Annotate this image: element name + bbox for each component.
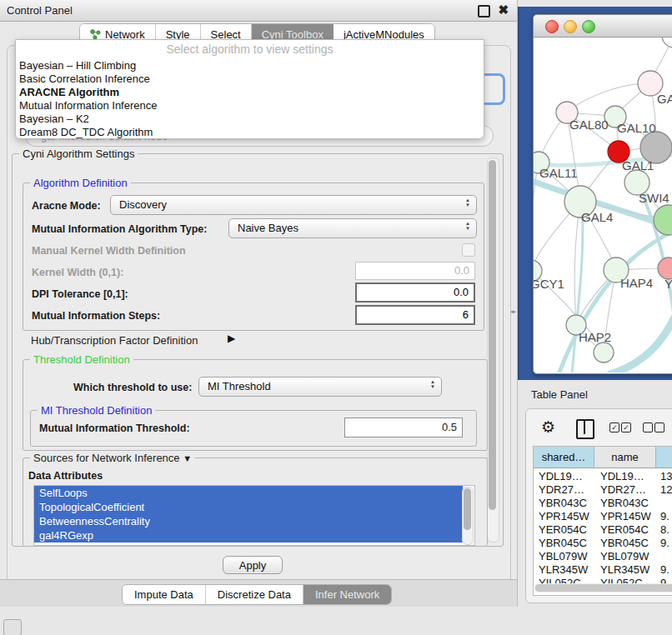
hub-section-label[interactable]: Hub/Transcription Factor Definition: [31, 334, 198, 347]
attribute-item-selected[interactable]: gal4RGexp: [34, 528, 463, 542]
cell[interactable]: YLR345W: [600, 563, 649, 577]
mi-threshold-field[interactable]: 0.5: [344, 418, 463, 438]
combo-arrows-icon: ▲▼: [465, 221, 470, 231]
mi-steps-field[interactable]: 6: [355, 305, 475, 325]
split-column-icon[interactable]: [576, 419, 594, 439]
cell[interactable]: YBR045C: [539, 537, 587, 550]
kernel-width-field[interactable]: 0.0: [355, 262, 475, 280]
minimize-traffic-light[interactable]: [564, 20, 577, 33]
dpi-tolerance-field[interactable]: 0.0: [355, 282, 475, 302]
cell[interactable]: 8.: [660, 523, 669, 537]
cell[interactable]: 12: [660, 483, 672, 497]
cell[interactable]: YDR27…: [539, 483, 584, 497]
mi-threshold-label: Mutual Information Threshold:: [39, 422, 190, 434]
attributes-scrollbar[interactable]: [462, 487, 474, 545]
cell[interactable]: 9.: [660, 537, 669, 550]
manual-kernel-checkbox[interactable]: [462, 243, 475, 257]
network-desktop: GAL GAL80 GAL10 GAL1 GAL11 SWI4 GAL4 GCY…: [518, 7, 672, 380]
network-canvas[interactable]: GAL GAL80 GAL10 GAL1 GAL11 SWI4 GAL4 GCY…: [534, 38, 672, 372]
cell[interactable]: YLR345W: [539, 563, 588, 577]
zoom-traffic-light[interactable]: [582, 20, 595, 33]
deselect-all-icon[interactable]: [654, 422, 664, 432]
collapse-arrow-icon[interactable]: ▼: [183, 453, 192, 463]
cell[interactable]: 9.: [660, 510, 669, 523]
cell[interactable]: YBR043C: [539, 497, 587, 510]
table-hscrollbar-thumb[interactable]: [535, 584, 672, 592]
data-attributes-label: Data Attributes: [28, 470, 103, 482]
threshold-definition-group: Threshold Definition Which threshold to …: [23, 359, 488, 451]
network-window-titlebar[interactable]: [534, 15, 672, 38]
mi-type-label: Mutual Information Algorithm Type:: [32, 223, 207, 235]
tab-discretize-data[interactable]: Discretize Data: [206, 585, 303, 604]
table-panel: ⚙ ✓ ✓ shared… name YDL19… YDL19… 13 YDR2…: [525, 408, 672, 603]
tab-infer-network-label: Infer Network: [315, 588, 379, 601]
algorithm-option[interactable]: Dream8 DC_TDC Algorithm: [19, 126, 478, 139]
mi-type-value: Naive Bayes: [238, 222, 298, 234]
attribute-item-selected[interactable]: SelfLoops: [34, 486, 463, 500]
table-panel-title: Table Panel: [531, 388, 588, 401]
aracne-mode-select[interactable]: Discovery ▲▼: [110, 195, 477, 215]
cell[interactable]: YER054C: [600, 523, 649, 537]
tab-impute-data[interactable]: Impute Data: [123, 585, 206, 604]
column-header-name[interactable]: name: [594, 447, 656, 468]
cell[interactable]: YBL079W: [539, 550, 588, 563]
collapsed-panel-icon[interactable]: [3, 619, 22, 635]
algorithm-option[interactable]: Bayesian – K2: [19, 112, 478, 126]
float-window-icon[interactable]: [478, 5, 490, 18]
expand-arrow-icon[interactable]: ▶: [228, 332, 235, 344]
cell[interactable]: YDR27…: [600, 483, 646, 497]
node-label: GAL10: [617, 121, 656, 135]
node-label: GAL11: [539, 166, 578, 180]
cell[interactable]: YBR043C: [600, 497, 649, 510]
cell[interactable]: YDL19…: [539, 470, 583, 483]
attributes-scrollbar-thumb[interactable]: [464, 488, 471, 530]
bottom-tabbar: Impute Data Discretize Data Infer Networ…: [122, 584, 392, 605]
column-header-partial[interactable]: [656, 447, 672, 468]
node-table: shared… name YDL19… YDL19… 13 YDR27… YDR…: [533, 446, 672, 596]
which-threshold-value: MI Threshold: [208, 380, 271, 392]
node-partial-top[interactable]: [662, 38, 672, 48]
tab-infer-network[interactable]: Infer Network: [303, 585, 391, 604]
node-partial-bottom[interactable]: [594, 342, 614, 362]
algorithm-option-selected[interactable]: ARACNE Algorithm: [19, 86, 478, 99]
which-threshold-select[interactable]: MI Threshold ▲▼: [198, 377, 442, 397]
algorithm-option[interactable]: Bayesian – Hill Climbing: [19, 59, 478, 72]
table-hscrollbar[interactable]: [534, 583, 672, 592]
network-view-window: GAL GAL80 GAL10 GAL1 GAL11 SWI4 GAL4 GCY…: [533, 14, 672, 374]
control-panel-titlebar[interactable]: Control Panel ✖: [0, 0, 517, 22]
gear-icon[interactable]: ⚙: [541, 418, 555, 437]
algorithm-definition-group: Algorithm Definition Aracne Mode: Discov…: [23, 182, 484, 331]
sources-title[interactable]: Sources for Network Inference ▼: [30, 452, 195, 464]
deselect-all-icon[interactable]: [643, 422, 653, 432]
cell[interactable]: YPR145W: [539, 510, 589, 523]
algorithm-option[interactable]: Mutual Information Inference: [19, 99, 478, 112]
split-pane-handle[interactable]: ◂▸: [510, 308, 514, 314]
mi-threshold-definition-group: MI Threshold Definition Mutual Informati…: [30, 410, 477, 447]
attribute-item-selected[interactable]: BetweennessCentrality: [34, 514, 463, 528]
cell[interactable]: 9.: [660, 563, 669, 577]
control-panel-title: Control Panel: [7, 4, 73, 17]
combo-arrows-icon: ▲▼: [465, 198, 470, 208]
mi-type-select[interactable]: Naive Bayes ▲▼: [228, 218, 477, 238]
close-icon[interactable]: ✖: [498, 2, 509, 18]
algorithm-dropdown-popup: Select algorithm to view settings Bayesi…: [15, 39, 484, 139]
settings-scrollbar[interactable]: [487, 158, 499, 542]
algorithm-option[interactable]: Basic Correlation Inference: [19, 72, 478, 86]
select-all-icon[interactable]: ✓: [621, 422, 631, 432]
cell[interactable]: YBL079W: [600, 550, 649, 563]
select-all-icon[interactable]: ✓: [609, 422, 619, 432]
apply-button[interactable]: Apply: [223, 556, 283, 574]
cell[interactable]: YER054C: [539, 523, 587, 537]
cell[interactable]: YBR045C: [600, 537, 649, 550]
data-attributes-list: SelfLoops TopologicalCoefficient Between…: [33, 485, 475, 546]
attribute-item-selected[interactable]: TopologicalCoefficient: [34, 500, 463, 514]
column-header-shared[interactable]: shared…: [534, 447, 594, 468]
settings-scrollbar-thumb[interactable]: [489, 160, 496, 510]
close-traffic-light[interactable]: [545, 20, 559, 33]
cell[interactable]: 13: [660, 470, 672, 483]
cell[interactable]: YDL19…: [600, 470, 644, 483]
tab-impute-data-label: Impute Data: [134, 588, 193, 601]
algorithm-placeholder: Select algorithm to view settings: [16, 42, 484, 56]
node-label: GAL4: [581, 210, 613, 224]
cell[interactable]: YPR145W: [600, 510, 651, 523]
